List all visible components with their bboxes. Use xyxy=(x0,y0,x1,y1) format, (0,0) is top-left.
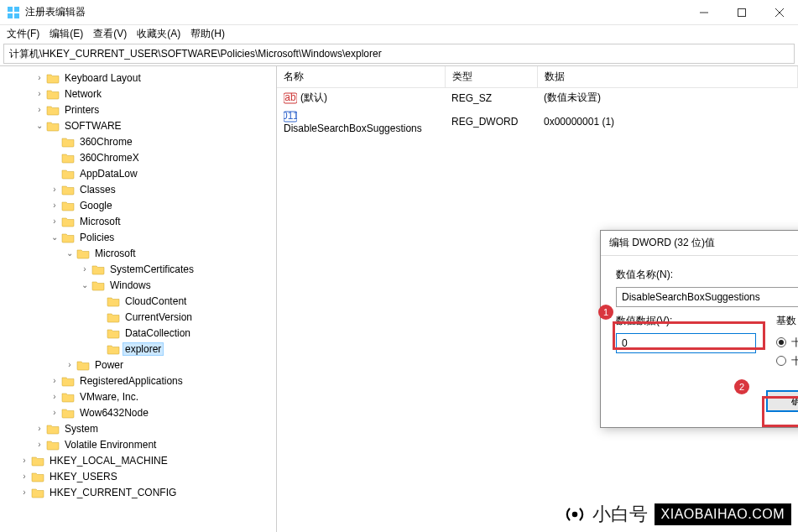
tree-node-classes[interactable]: ›Classes xyxy=(0,181,276,197)
menu-edit[interactable]: 编辑(E) xyxy=(50,27,83,41)
tree-label: RegisteredApplications xyxy=(77,374,185,388)
tree-node-keyboard-layout[interactable]: ›Keyboard Layout xyxy=(0,70,276,86)
chevron-right-icon[interactable]: › xyxy=(49,375,60,387)
value-data: (数值未设置) xyxy=(537,88,798,108)
col-data[interactable]: 数据 xyxy=(537,66,798,88)
tree-node-volatile-environment[interactable]: ›Volatile Environment xyxy=(0,436,276,452)
radio-dec[interactable]: 十进制(D) xyxy=(776,352,799,370)
chevron-right-icon[interactable]: › xyxy=(49,200,60,211)
app-icon xyxy=(7,6,20,19)
tree-node-microsoft[interactable]: ›Microsoft xyxy=(0,213,276,229)
tree-node-cloudcontent[interactable]: CloudContent xyxy=(0,293,276,309)
value-list[interactable]: 名称 类型 数据 ab(默认)REG_SZ(数值未设置)011DisableSe… xyxy=(277,66,798,532)
tree-node-hkey-current-config[interactable]: ›HKEY_CURRENT_CONFIG xyxy=(0,484,276,500)
col-type[interactable]: 类型 xyxy=(445,66,537,88)
svg-rect-1 xyxy=(14,7,19,12)
tree-node-explorer[interactable]: explorer xyxy=(0,341,276,357)
chevron-right-icon[interactable]: › xyxy=(49,184,60,196)
tree-node-microsoft[interactable]: ⌄Microsoft xyxy=(0,245,276,261)
value-name-input[interactable] xyxy=(616,287,798,307)
broadcast-icon xyxy=(564,503,586,525)
tree-label: VMware, Inc. xyxy=(77,390,141,404)
tree-node-hkey-local-machine[interactable]: ›HKEY_LOCAL_MACHINE xyxy=(0,452,276,468)
tree-label: Wow6432Node xyxy=(77,406,151,420)
chevron-right-icon[interactable]: › xyxy=(18,471,30,482)
tree-node-network[interactable]: ›Network xyxy=(0,86,276,102)
tree-label: Google xyxy=(77,199,115,212)
tree-label: SystemCertificates xyxy=(107,263,196,276)
value-name: DisableSearchBoxSuggestions xyxy=(284,123,422,134)
svg-point-12 xyxy=(571,512,577,518)
tree-label: HKEY_LOCAL_MACHINE xyxy=(47,454,170,467)
tree-node-wow6432node[interactable]: ›Wow6432Node xyxy=(0,404,276,420)
svg-rect-5 xyxy=(738,8,745,16)
tree-node-360chromex[interactable]: 360ChromeX xyxy=(0,149,276,165)
tree-node-google[interactable]: ›Google xyxy=(0,197,276,213)
radio-hex[interactable]: 十六进制(H) xyxy=(776,333,799,352)
spacer xyxy=(94,327,106,339)
minimize-button[interactable] xyxy=(685,0,722,25)
tree-node-registeredapplications[interactable]: ›RegisteredApplications xyxy=(0,373,276,389)
value-name-label: 数值名称(N): xyxy=(616,268,798,282)
tree-label: HKEY_USERS xyxy=(47,470,120,483)
tree-label: Printers xyxy=(62,103,102,117)
tree-node-vmware-inc-[interactable]: ›VMware, Inc. xyxy=(0,389,276,404)
svg-text:011: 011 xyxy=(284,111,297,122)
value-data-input[interactable] xyxy=(616,333,756,353)
chevron-right-icon[interactable]: › xyxy=(64,359,76,371)
chevron-down-icon[interactable]: ⌄ xyxy=(49,232,60,243)
menu-help[interactable]: 帮助(H) xyxy=(190,27,225,41)
watermark: 小白号 XIAOBAIHAO.COM xyxy=(564,502,791,527)
tree-label: Keyboard Layout xyxy=(62,71,143,85)
col-name[interactable]: 名称 xyxy=(277,66,445,88)
tree-view[interactable]: ›Keyboard Layout›Network›Printers⌄SOFTWA… xyxy=(0,66,277,532)
chevron-right-icon[interactable]: › xyxy=(49,407,60,419)
menu-file[interactable]: 文件(F) xyxy=(7,27,39,41)
tree-node-hkey-users[interactable]: ›HKEY_USERS xyxy=(0,468,276,484)
chevron-right-icon[interactable]: › xyxy=(34,88,45,100)
spacer xyxy=(94,311,106,323)
chevron-right-icon[interactable]: › xyxy=(34,423,45,435)
tree-node-datacollection[interactable]: DataCollection xyxy=(0,325,276,341)
chevron-right-icon[interactable]: › xyxy=(34,439,45,451)
value-data-label: 数值数据(V): xyxy=(616,314,756,328)
title-bar: 注册表编辑器 xyxy=(0,0,798,25)
tree-node-printers[interactable]: ›Printers xyxy=(0,102,276,117)
tree-node-power[interactable]: ›Power xyxy=(0,357,276,373)
chevron-right-icon[interactable]: › xyxy=(34,104,45,116)
tree-label: HKEY_CURRENT_CONFIG xyxy=(47,486,179,499)
tree-node-windows[interactable]: ⌄Windows xyxy=(0,277,276,293)
tree-node-appdatalow[interactable]: AppDataLow xyxy=(0,165,276,181)
tree-node-systemcertificates[interactable]: ›SystemCertificates xyxy=(0,261,276,277)
edit-dword-dialog: 编辑 DWORD (32 位)值 ✕ 数值名称(N): 数值数据(V): 基数 … xyxy=(600,230,798,428)
value-type: REG_SZ xyxy=(445,88,537,108)
chevron-right-icon[interactable]: › xyxy=(18,455,30,467)
chevron-right-icon[interactable]: › xyxy=(49,216,60,227)
menu-view[interactable]: 查看(V) xyxy=(93,27,127,41)
tree-node-software[interactable]: ⌄SOFTWARE xyxy=(0,117,276,133)
tree-node-policies[interactable]: ⌄Policies xyxy=(0,229,276,245)
address-bar[interactable]: 计算机\HKEY_CURRENT_USER\SOFTWARE\Policies\… xyxy=(3,44,795,64)
maximize-button[interactable] xyxy=(722,0,760,25)
menu-favorites[interactable]: 收藏夹(A) xyxy=(137,27,180,41)
spacer xyxy=(49,152,60,164)
tree-label: 360Chrome xyxy=(77,135,135,149)
tree-node-360chrome[interactable]: 360Chrome xyxy=(0,133,276,149)
tree-label: Windows xyxy=(107,279,154,292)
tree-label: DataCollection xyxy=(123,326,193,340)
chevron-right-icon[interactable]: › xyxy=(18,487,30,498)
close-button[interactable] xyxy=(760,0,798,25)
chevron-down-icon[interactable]: ⌄ xyxy=(34,120,45,132)
chevron-right-icon[interactable]: › xyxy=(34,72,45,84)
tree-label: 360ChromeX xyxy=(77,151,142,164)
chevron-right-icon[interactable]: › xyxy=(79,263,91,275)
ok-button[interactable]: 确定 xyxy=(766,390,798,412)
spacer xyxy=(94,295,106,307)
tree-node-currentversion[interactable]: CurrentVersion xyxy=(0,309,276,325)
chevron-down-icon[interactable]: ⌄ xyxy=(79,279,91,291)
chevron-down-icon[interactable]: ⌄ xyxy=(64,248,76,259)
value-row[interactable]: ab(默认)REG_SZ(数值未设置) xyxy=(277,88,798,108)
tree-node-system[interactable]: ›System xyxy=(0,420,276,436)
chevron-right-icon[interactable]: › xyxy=(49,391,60,403)
value-row[interactable]: 011DisableSearchBoxSuggestionsREG_DWORD0… xyxy=(277,107,798,137)
